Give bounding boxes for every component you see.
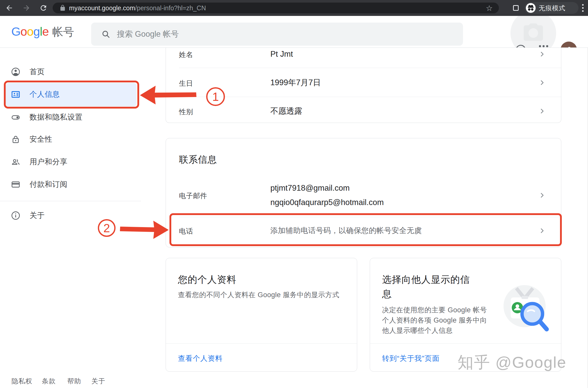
incognito-badge: 无痕模式 <box>525 2 578 14</box>
home-person-icon <box>11 67 21 77</box>
incognito-label: 无痕模式 <box>539 4 565 12</box>
phone-hint: 添加辅助电话号码，以确保您的帐号安全无虞 <box>270 226 422 236</box>
row-name[interactable] <box>166 48 561 68</box>
chevron-right-icon <box>539 227 545 234</box>
lock-icon <box>11 134 21 144</box>
chevron-right-icon <box>539 79 545 86</box>
birthday-label: 生日 <box>179 79 193 88</box>
email-value-1: ptjmt7918@gmail.com <box>270 183 350 193</box>
apps-grid-button[interactable] <box>539 45 548 48</box>
footer-link-terms[interactable]: 条款 <box>42 377 56 386</box>
gender-label: 性别 <box>179 107 193 117</box>
search-icon <box>101 30 110 38</box>
row-gender[interactable] <box>166 97 561 122</box>
reload-button[interactable] <box>39 4 48 12</box>
toggle-icon <box>11 112 21 122</box>
sidebar-divider <box>0 201 141 201</box>
your-profile-title: 您的个人资料 <box>178 273 236 287</box>
url-text: myaccount.google.com/personal-info?hl=zh… <box>69 4 206 12</box>
footer-link-privacy[interactable]: 隐私权 <box>12 377 32 386</box>
back-button[interactable] <box>5 4 14 12</box>
chevron-right-icon <box>539 192 545 199</box>
help-button[interactable]: ? <box>515 44 527 48</box>
about-me-link[interactable]: 转到“关于我”页面 <box>382 354 440 363</box>
name-label: 姓名 <box>179 50 193 59</box>
forward-button[interactable] <box>22 4 31 12</box>
sidebar-item-home[interactable]: 首页 <box>0 61 144 83</box>
account-avatar[interactable]: J <box>561 42 577 48</box>
your-profile-card: 您的个人资料 查看您的不同个人资料在 Google 服务中的显示方式 查看个人资… <box>166 258 357 372</box>
visibility-desc: 决定在使用您的主要 Google 帐号 个人资料的各项 Google 服务中向 … <box>382 305 487 336</box>
google-account-logo: Google帐号 <box>11 24 74 40</box>
sidebar-item-people-sharing[interactable]: 用户和分享 <box>0 151 144 173</box>
account-header: Google帐号 ? J <box>0 16 588 48</box>
sidebar-item-security[interactable]: 安全性 <box>0 128 144 151</box>
info-icon <box>11 211 21 220</box>
footer-link-about[interactable]: 关于 <box>91 377 105 386</box>
incognito-icon <box>526 3 536 13</box>
sidebar-item-payments[interactable]: 付款和订阅 <box>0 173 144 196</box>
sidebar-item-data-privacy[interactable]: 数据和隐私设置 <box>0 106 144 129</box>
chevron-right-icon <box>539 108 545 114</box>
account-search[interactable] <box>91 23 463 46</box>
contact-info-title: 联系信息 <box>179 153 217 166</box>
camera-watermark-icon <box>510 16 556 48</box>
birthday-value: 1999年7月7日 <box>270 77 321 88</box>
phone-label: 电话 <box>179 227 193 236</box>
footer-link-help[interactable]: 帮助 <box>67 377 81 386</box>
your-profile-desc: 查看您的不同个人资料在 Google 服务中的显示方式 <box>178 290 339 300</box>
google-account-page: myaccount.google.com/personal-info?hl=zh… <box>0 0 588 388</box>
people-icon <box>11 157 21 167</box>
row-birthday[interactable] <box>166 68 561 96</box>
address-bar[interactable]: myaccount.google.com/personal-info?hl=zh… <box>53 3 499 13</box>
name-value: Pt Jmt <box>270 50 293 59</box>
email-value-2: ngqio0qfaqurarp5@hotmail.com <box>270 198 384 207</box>
contact-card-icon <box>11 90 21 99</box>
chevron-right-icon <box>539 51 545 57</box>
email-label: 电子邮件 <box>179 191 207 200</box>
view-profile-link[interactable]: 查看个人资料 <box>178 354 223 363</box>
svg-text:?: ? <box>519 46 523 48</box>
search-input[interactable] <box>117 30 463 39</box>
apps-grid-icon <box>539 45 548 48</box>
browser-toolbar: myaccount.google.com/personal-info?hl=zh… <box>0 0 588 16</box>
zhihu-watermark: 知乎 @Google <box>458 352 566 373</box>
visibility-title: 选择向他人显示的信 息 <box>382 273 470 301</box>
gender-value: 不愿透露 <box>270 106 302 117</box>
sidebar-item-about[interactable]: 关于 <box>0 204 144 227</box>
browser-menu-button[interactable] <box>581 3 585 13</box>
side-panel-icon[interactable] <box>513 5 519 11</box>
footer: 隐私权 条款 帮助 关于 <box>0 375 159 387</box>
sidebar-item-personal-info[interactable]: 个人信息 <box>0 83 144 106</box>
bookmark-star-icon[interactable]: ☆ <box>486 4 493 13</box>
credit-card-icon <box>11 180 21 189</box>
lock-icon <box>59 5 66 11</box>
row-email[interactable] <box>166 177 561 216</box>
visibility-illustration <box>501 283 552 342</box>
